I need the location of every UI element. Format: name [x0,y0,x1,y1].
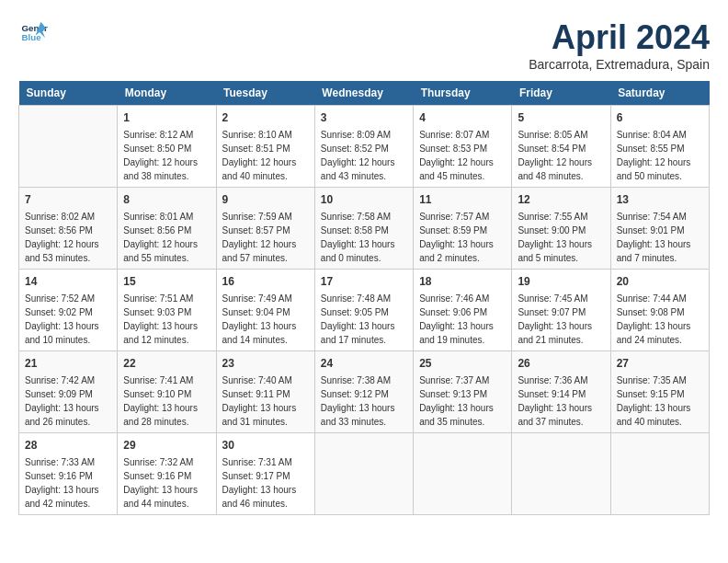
weekday-header: Saturday [610,81,709,106]
calendar-cell: 14Sunrise: 7:52 AM Sunset: 9:02 PM Dayli… [19,270,118,351]
day-number: 6 [617,109,703,126]
day-number: 10 [321,191,407,208]
weekday-header: Tuesday [216,81,314,106]
day-info: Sunrise: 7:35 AM Sunset: 9:15 PM Dayligh… [617,373,703,429]
day-info: Sunrise: 7:46 AM Sunset: 9:06 PM Dayligh… [419,292,506,347]
day-number: 30 [222,437,309,454]
calendar-cell: 22Sunrise: 7:41 AM Sunset: 9:10 PM Dayli… [118,351,216,433]
day-info: Sunrise: 7:49 AM Sunset: 9:04 PM Dayligh… [222,292,309,347]
logo: General Blue [18,18,48,46]
calendar-cell: 29Sunrise: 7:32 AM Sunset: 9:16 PM Dayli… [118,433,216,515]
day-info: Sunrise: 7:54 AM Sunset: 9:01 PM Dayligh… [617,210,703,265]
calendar-cell [610,433,709,515]
day-info: Sunrise: 7:38 AM Sunset: 9:12 PM Dayligh… [321,373,407,429]
day-info: Sunrise: 7:58 AM Sunset: 8:58 PM Dayligh… [321,210,407,265]
location: Barcarrota, Extremadura, Spain [529,57,710,72]
calendar-week-row: 14Sunrise: 7:52 AM Sunset: 9:02 PM Dayli… [19,270,710,351]
day-number: 2 [222,109,309,126]
day-info: Sunrise: 8:05 AM Sunset: 8:54 PM Dayligh… [518,128,604,183]
day-info: Sunrise: 8:04 AM Sunset: 8:55 PM Dayligh… [617,128,703,183]
calendar-cell: 13Sunrise: 7:54 AM Sunset: 9:01 PM Dayli… [610,188,709,270]
day-number: 5 [518,109,604,126]
calendar-cell: 5Sunrise: 8:05 AM Sunset: 8:54 PM Daylig… [512,106,610,188]
calendar-week-row: 21Sunrise: 7:42 AM Sunset: 9:09 PM Dayli… [19,351,710,433]
day-number: 8 [123,191,210,208]
calendar-week-row: 28Sunrise: 7:33 AM Sunset: 9:16 PM Dayli… [19,433,710,515]
calendar-cell: 15Sunrise: 7:51 AM Sunset: 9:03 PM Dayli… [118,270,216,351]
calendar-table: SundayMondayTuesdayWednesdayThursdayFrid… [18,81,710,515]
day-info: Sunrise: 7:32 AM Sunset: 9:16 PM Dayligh… [123,455,210,511]
header-row: SundayMondayTuesdayWednesdayThursdayFrid… [19,81,710,106]
day-info: Sunrise: 7:48 AM Sunset: 9:05 PM Dayligh… [321,292,407,347]
calendar-cell: 6Sunrise: 8:04 AM Sunset: 8:55 PM Daylig… [610,106,709,188]
calendar-cell: 18Sunrise: 7:46 AM Sunset: 9:06 PM Dayli… [414,270,512,351]
day-info: Sunrise: 7:59 AM Sunset: 8:57 PM Dayligh… [222,210,309,265]
day-info: Sunrise: 7:55 AM Sunset: 9:00 PM Dayligh… [518,210,604,265]
day-info: Sunrise: 8:12 AM Sunset: 8:50 PM Dayligh… [123,128,210,183]
calendar-cell: 19Sunrise: 7:45 AM Sunset: 9:07 PM Dayli… [512,270,610,351]
day-number: 24 [321,355,407,372]
calendar-cell: 16Sunrise: 7:49 AM Sunset: 9:04 PM Dayli… [216,270,314,351]
day-number: 15 [123,273,210,290]
day-number: 7 [25,191,111,208]
day-number: 19 [518,273,604,290]
day-info: Sunrise: 7:36 AM Sunset: 9:14 PM Dayligh… [518,373,604,429]
calendar-cell: 20Sunrise: 7:44 AM Sunset: 9:08 PM Dayli… [610,270,709,351]
calendar-week-row: 7Sunrise: 8:02 AM Sunset: 8:56 PM Daylig… [19,188,710,270]
day-number: 17 [321,273,407,290]
day-number: 23 [222,355,309,372]
day-number: 28 [25,437,111,454]
day-info: Sunrise: 7:57 AM Sunset: 8:59 PM Dayligh… [419,210,506,265]
calendar-cell: 7Sunrise: 8:02 AM Sunset: 8:56 PM Daylig… [19,188,118,270]
calendar-cell [414,433,512,515]
day-info: Sunrise: 8:07 AM Sunset: 8:53 PM Dayligh… [419,128,506,183]
calendar-cell: 2Sunrise: 8:10 AM Sunset: 8:51 PM Daylig… [216,106,314,188]
svg-text:Blue: Blue [22,32,42,42]
day-info: Sunrise: 7:44 AM Sunset: 9:08 PM Dayligh… [617,292,703,347]
day-info: Sunrise: 7:42 AM Sunset: 9:09 PM Dayligh… [25,373,111,429]
day-info: Sunrise: 7:52 AM Sunset: 9:02 PM Dayligh… [25,292,111,347]
day-number: 21 [25,355,111,372]
calendar-cell: 9Sunrise: 7:59 AM Sunset: 8:57 PM Daylig… [216,188,314,270]
weekday-header: Wednesday [314,81,413,106]
day-number: 1 [123,109,210,126]
day-number: 14 [25,273,111,290]
day-info: Sunrise: 8:01 AM Sunset: 8:56 PM Dayligh… [123,210,210,265]
calendar-cell: 23Sunrise: 7:40 AM Sunset: 9:11 PM Dayli… [216,351,314,433]
day-info: Sunrise: 7:51 AM Sunset: 9:03 PM Dayligh… [123,292,210,347]
title-block: April 2024 Barcarrota, Extremadura, Spai… [529,18,710,72]
day-number: 18 [419,273,506,290]
calendar-cell: 24Sunrise: 7:38 AM Sunset: 9:12 PM Dayli… [314,351,413,433]
day-number: 20 [617,273,703,290]
day-number: 11 [419,191,506,208]
day-number: 26 [518,355,604,372]
calendar-cell: 30Sunrise: 7:31 AM Sunset: 9:17 PM Dayli… [216,433,314,515]
calendar-cell [314,433,413,515]
calendar-cell: 17Sunrise: 7:48 AM Sunset: 9:05 PM Dayli… [314,270,413,351]
calendar-cell [19,106,118,188]
day-number: 13 [617,191,703,208]
calendar-cell: 26Sunrise: 7:36 AM Sunset: 9:14 PM Dayli… [512,351,610,433]
day-info: Sunrise: 7:33 AM Sunset: 9:16 PM Dayligh… [25,455,111,511]
calendar-cell: 8Sunrise: 8:01 AM Sunset: 8:56 PM Daylig… [118,188,216,270]
day-number: 29 [123,437,210,454]
calendar-cell [512,433,610,515]
calendar-cell: 3Sunrise: 8:09 AM Sunset: 8:52 PM Daylig… [314,106,413,188]
calendar-week-row: 1Sunrise: 8:12 AM Sunset: 8:50 PM Daylig… [19,106,710,188]
calendar-cell: 1Sunrise: 8:12 AM Sunset: 8:50 PM Daylig… [118,106,216,188]
day-info: Sunrise: 7:37 AM Sunset: 9:13 PM Dayligh… [419,373,506,429]
calendar-cell: 21Sunrise: 7:42 AM Sunset: 9:09 PM Dayli… [19,351,118,433]
month-title: April 2024 [529,18,710,57]
day-number: 22 [123,355,210,372]
day-info: Sunrise: 7:45 AM Sunset: 9:07 PM Dayligh… [518,292,604,347]
logo-icon: General Blue [20,18,48,46]
weekday-header: Thursday [414,81,512,106]
day-info: Sunrise: 8:09 AM Sunset: 8:52 PM Dayligh… [321,128,407,183]
day-number: 25 [419,355,506,372]
day-info: Sunrise: 7:40 AM Sunset: 9:11 PM Dayligh… [222,373,309,429]
weekday-header: Monday [118,81,216,106]
day-number: 3 [321,109,407,126]
day-number: 4 [419,109,506,126]
calendar-cell: 11Sunrise: 7:57 AM Sunset: 8:59 PM Dayli… [414,188,512,270]
weekday-header: Sunday [19,81,118,106]
